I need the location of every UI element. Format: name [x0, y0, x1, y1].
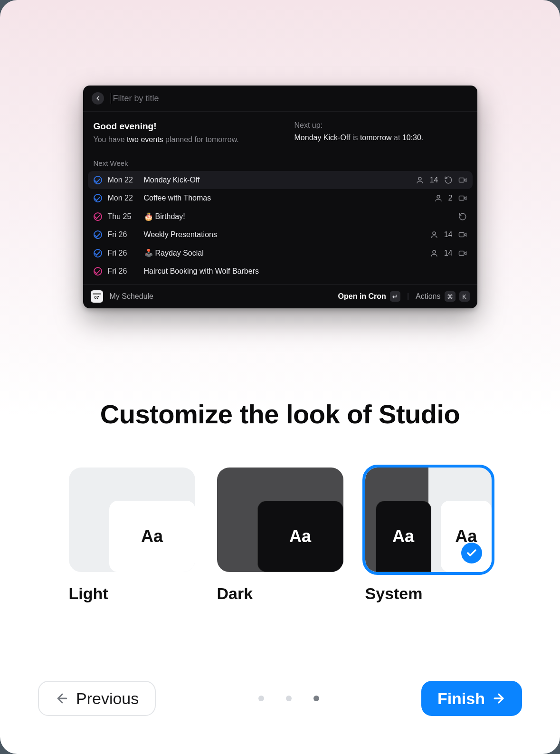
arrow-left-icon: [95, 95, 101, 102]
footer-nav: Previous Finish: [38, 681, 522, 754]
event-meta: 14: [416, 176, 467, 184]
theme-sample: Aa: [109, 501, 195, 572]
video-icon: [458, 194, 467, 202]
attendee-count: 14: [444, 249, 453, 258]
attendee-count: 14: [430, 176, 438, 184]
video-icon: [458, 230, 467, 239]
theme-label: Light: [69, 584, 195, 603]
theme-option-dark[interactable]: AaDark: [217, 468, 343, 603]
event-date: Mon 22: [108, 194, 138, 202]
filter-input[interactable]: [111, 93, 469, 104]
open-in-cron[interactable]: Open in Cron ↵: [338, 291, 400, 302]
event-title: 🎂Birthday!: [144, 212, 185, 221]
theme-tile[interactable]: AaAa: [365, 468, 492, 572]
person-icon: [430, 230, 438, 239]
theme-option-light[interactable]: AaLight: [69, 468, 195, 603]
event-list: Mon 22Monday Kick-Off14Mon 22Coffee with…: [94, 171, 467, 280]
theme-option-system[interactable]: AaAaSystem: [365, 468, 492, 603]
svg-point-9: [433, 250, 436, 253]
event-row[interactable]: Fri 26Weekly Presentations14: [88, 226, 473, 244]
svg-rect-4: [459, 196, 464, 200]
enter-key-icon: ↵: [390, 291, 400, 302]
theme-picker: AaLightAaDarkAaAaSystem: [38, 468, 522, 603]
recurring-icon: [444, 176, 453, 184]
svg-rect-7: [459, 233, 464, 237]
step-dot[interactable]: [286, 696, 292, 701]
status-check-icon: [94, 249, 102, 258]
section-label: Next Week: [94, 159, 467, 167]
svg-rect-1: [459, 178, 464, 182]
event-date: Fri 26: [108, 230, 138, 239]
svg-point-0: [418, 177, 421, 180]
svg-rect-10: [459, 251, 464, 255]
event-meta: 14: [430, 249, 467, 258]
summary: You have two events planned for tomorrow…: [94, 135, 266, 144]
status-check-icon: [94, 267, 102, 276]
nextup-label: Next up:: [294, 121, 467, 130]
person-icon: [434, 194, 443, 202]
event-title: Weekly Presentations: [144, 230, 217, 239]
theme-tile[interactable]: Aa: [217, 468, 343, 572]
finish-button[interactable]: Finish: [421, 681, 522, 716]
previous-label: Previous: [76, 689, 139, 708]
event-row[interactable]: Mon 22Coffee with Thomas2: [88, 189, 473, 207]
person-icon: [416, 176, 424, 184]
event-row[interactable]: Thu 25🎂Birthday!: [88, 207, 473, 226]
status-check-icon: [94, 212, 102, 221]
recurring-icon: [458, 212, 467, 221]
actions-label[interactable]: Actions ⌘ K: [416, 291, 469, 302]
event-row[interactable]: Fri 26🕹️Rayday Social14: [88, 244, 473, 262]
arrow-left-icon: [55, 691, 69, 706]
event-title: Coffee with Thomas: [144, 194, 211, 202]
status-check-icon: [94, 176, 102, 184]
app-bottombar: 07 My Schedule Open in Cron ↵ | Actions …: [83, 284, 477, 308]
video-icon: [458, 249, 467, 258]
event-meta: 2: [434, 194, 467, 202]
k-key-icon: K: [459, 291, 470, 302]
event-row[interactable]: Fri 26Haircut Booking with Wolf Barbers: [88, 262, 473, 280]
step-dots: [258, 696, 319, 701]
event-title: 🕹️Rayday Social: [144, 248, 204, 258]
cmd-key-icon: ⌘: [445, 291, 456, 302]
event-date: Fri 26: [108, 267, 138, 276]
event-meta: 14: [430, 230, 467, 239]
event-row[interactable]: Mon 22Monday Kick-Off14: [88, 171, 473, 189]
person-icon: [430, 249, 438, 258]
event-date: Mon 22: [108, 176, 138, 184]
event-meta: [458, 212, 467, 221]
status-check-icon: [94, 230, 102, 239]
previous-button[interactable]: Previous: [38, 681, 156, 716]
schedule-label: My Schedule: [110, 292, 154, 301]
calendar-icon: 07: [91, 290, 103, 303]
video-icon: [458, 176, 467, 184]
attendee-count: 2: [448, 194, 453, 202]
event-date: Fri 26: [108, 249, 138, 258]
app-preview: Good evening! You have two events planne…: [83, 86, 477, 308]
back-button[interactable]: [92, 92, 104, 105]
svg-point-6: [433, 232, 436, 235]
event-title: Monday Kick-Off: [144, 176, 200, 184]
theme-label: Dark: [217, 584, 343, 603]
theme-tile[interactable]: Aa: [69, 468, 195, 572]
event-title: Haircut Booking with Wolf Barbers: [144, 267, 259, 276]
overview-row: Good evening! You have two events planne…: [94, 121, 467, 154]
event-date: Thu 25: [108, 212, 138, 221]
greeting: Good evening!: [94, 121, 266, 132]
selected-check-icon: [461, 543, 482, 563]
arrow-right-icon: [492, 691, 506, 706]
status-check-icon: [94, 194, 102, 202]
nextup-text: Monday Kick-Off is tomorrow at 10:30.: [294, 134, 467, 142]
app-topbar: [83, 86, 477, 112]
preview-area: Good evening! You have two events planne…: [38, 0, 522, 308]
onboarding-card: Good evening! You have two events planne…: [0, 0, 560, 754]
svg-point-3: [437, 195, 440, 198]
page-title: Customize the look of Studio: [38, 399, 522, 429]
theme-sample-dark: Aa: [376, 501, 431, 572]
finish-label: Finish: [437, 689, 485, 708]
theme-label: System: [365, 584, 492, 603]
attendee-count: 14: [444, 230, 453, 239]
step-dot[interactable]: [258, 696, 264, 701]
step-dot[interactable]: [313, 696, 319, 701]
theme-sample: Aa: [257, 501, 343, 572]
